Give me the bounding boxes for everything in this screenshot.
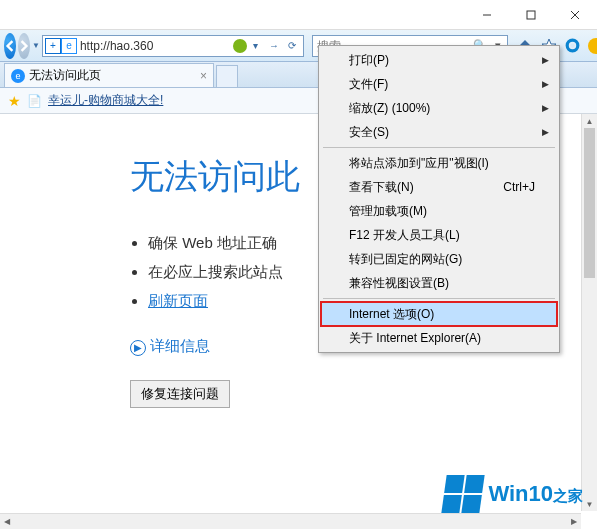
scroll-up-arrow[interactable]: ▲ bbox=[582, 114, 597, 128]
forward-button[interactable] bbox=[18, 33, 30, 59]
close-button[interactable] bbox=[553, 1, 597, 29]
favorites-star-icon[interactable]: ★ bbox=[8, 93, 21, 109]
chevron-right-icon: ▶ bbox=[542, 127, 549, 137]
scroll-down-arrow[interactable]: ▼ bbox=[582, 497, 597, 511]
detail-label: 详细信息 bbox=[150, 337, 210, 354]
fix-connection-button[interactable]: 修复连接问题 bbox=[130, 380, 230, 408]
menu-downloads[interactable]: 查看下载(N)Ctrl+J bbox=[321, 175, 557, 199]
feedback-smile-icon[interactable] bbox=[588, 38, 597, 54]
ie-tab-favicon-icon: e bbox=[11, 69, 25, 83]
menu-zoom[interactable]: 缩放(Z) (100%)▶ bbox=[321, 96, 557, 120]
menu-pinned-sites[interactable]: 转到已固定的网站(G) bbox=[321, 247, 557, 271]
svg-rect-1 bbox=[527, 11, 535, 19]
ie-favicon-icon: e bbox=[61, 38, 77, 54]
vertical-scrollbar[interactable]: ▲ ▼ bbox=[581, 114, 597, 511]
scroll-thumb-v[interactable] bbox=[584, 128, 595, 278]
scroll-right-arrow[interactable]: ▶ bbox=[567, 514, 581, 529]
svg-point-5 bbox=[571, 43, 575, 47]
watermark-suffix: 之家 bbox=[553, 487, 583, 504]
menu-shortcut: Ctrl+J bbox=[503, 180, 535, 194]
tab-title: 无法访问此页 bbox=[29, 67, 101, 84]
tab-close-button[interactable]: × bbox=[200, 69, 207, 83]
go-button[interactable]: → bbox=[265, 40, 283, 51]
chevron-right-icon: ▶ bbox=[542, 103, 549, 113]
menu-add-to-apps[interactable]: 将站点添加到"应用"视图(I) bbox=[321, 151, 557, 175]
url-input[interactable] bbox=[77, 39, 233, 53]
back-button[interactable] bbox=[4, 33, 16, 59]
chevron-right-icon: ▶ bbox=[542, 55, 549, 65]
new-tab-button[interactable] bbox=[216, 65, 238, 87]
refresh-link[interactable]: 刷新页面 bbox=[148, 292, 208, 309]
menu-print[interactable]: 打印(P)▶ bbox=[321, 48, 557, 72]
address-bar[interactable]: + e ▾ → ⟳ bbox=[42, 35, 304, 57]
menu-file[interactable]: 文件(F)▶ bbox=[321, 72, 557, 96]
tab-active[interactable]: e 无法访问此页 × bbox=[4, 63, 214, 87]
nav-history-dropdown[interactable]: ▼ bbox=[32, 41, 40, 50]
watermark-brand: Win10 bbox=[488, 481, 553, 506]
refresh-button[interactable]: ⟳ bbox=[283, 40, 301, 51]
menu-internet-options[interactable]: Internet 选项(O) bbox=[321, 302, 557, 326]
site-360-icon bbox=[233, 39, 247, 53]
newtab-addr-icon: + bbox=[45, 38, 61, 54]
menu-f12-devtools[interactable]: F12 开发人员工具(L) bbox=[321, 223, 557, 247]
minimize-button[interactable] bbox=[465, 1, 509, 29]
menu-safety[interactable]: 安全(S)▶ bbox=[321, 120, 557, 144]
horizontal-scrollbar[interactable]: ◀ ▶ bbox=[0, 513, 581, 529]
menu-compat-view[interactable]: 兼容性视图设置(B) bbox=[321, 271, 557, 295]
favorites-item-icon: 📄 bbox=[27, 94, 42, 108]
menu-addons[interactable]: 管理加载项(M) bbox=[321, 199, 557, 223]
favorites-link[interactable]: 幸运儿-购物商城大全! bbox=[48, 92, 163, 109]
watermark: Win10之家 bbox=[444, 475, 583, 513]
url-dropdown[interactable]: ▾ bbox=[247, 40, 265, 51]
scroll-left-arrow[interactable]: ◀ bbox=[0, 514, 14, 529]
chevron-right-icon: ▶ bbox=[542, 79, 549, 89]
menu-separator bbox=[323, 147, 555, 148]
chevron-right-icon: ▶ bbox=[130, 340, 146, 356]
maximize-button[interactable] bbox=[509, 1, 553, 29]
tools-gear-icon[interactable] bbox=[564, 37, 582, 55]
menu-separator bbox=[323, 298, 555, 299]
tools-context-menu: 打印(P)▶ 文件(F)▶ 缩放(Z) (100%)▶ 安全(S)▶ 将站点添加… bbox=[318, 45, 560, 353]
menu-about-ie[interactable]: 关于 Internet Explorer(A) bbox=[321, 326, 557, 350]
windows-logo-icon bbox=[442, 475, 485, 513]
window-titlebar bbox=[0, 0, 597, 30]
